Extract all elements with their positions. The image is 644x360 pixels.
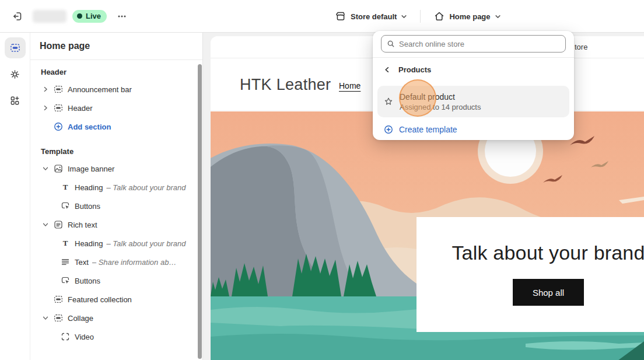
popup-products-header: Products [373,58,574,81]
template-item-subtitle: Assigned to 14 products [400,103,481,111]
nav-link-home[interactable]: Home [339,81,360,90]
chevron-right-icon[interactable] [41,103,50,113]
block-row-label: Text [75,258,89,267]
chevron-spacer [41,295,50,304]
block-row-detail: – Talk about your brand [106,183,186,192]
buttons-icon [61,201,70,211]
create-template-label: Create template [399,125,457,134]
chevron-down-icon[interactable] [41,164,50,173]
heading-icon: T [61,183,70,192]
buttons-icon [61,276,70,285]
create-template-button[interactable]: Create template [373,117,574,142]
template-item-title: Default product [400,92,481,102]
page-selector-dropdown[interactable]: Home page [429,7,505,26]
plus-circle-icon [54,122,63,131]
block-row-heading[interactable]: T Heading – Talk about your brand [56,234,197,253]
chevron-down-icon[interactable] [41,220,50,229]
section-row-label: Featured collection [68,295,132,304]
block-row-buttons[interactable]: Buttons [56,271,197,290]
hero-title: Talk about your brand [452,242,644,264]
chevron-down-icon [495,13,501,20]
search-icon [387,40,395,48]
hero-text-card: Talk about your brand Shop all [416,217,644,332]
section-icon [54,295,63,304]
rail-apps-tab[interactable] [5,90,26,111]
template-selector-popup: Products Default product Assigned to 14 … [373,31,574,140]
sections-icon [10,43,20,53]
section-icon [54,85,63,94]
store-logo-text[interactable]: HTK Leather [240,76,331,94]
chevron-right-icon[interactable] [41,85,50,94]
block-row-text[interactable]: Text – Share information about y... [56,253,197,271]
live-dot-icon [77,13,82,19]
store-context-dropdown[interactable]: Store default [330,7,412,26]
group-label-header: Header [36,64,197,80]
chevron-down-icon[interactable] [41,313,50,323]
image-icon [54,164,63,173]
section-row-featured-collection[interactable]: Featured collection [36,290,197,309]
block-row-label: Buttons [75,202,100,211]
rail-settings-tab[interactable] [5,64,26,85]
section-icon [54,103,63,113]
gear-icon [9,69,20,80]
panel-scrollbar[interactable] [198,64,202,359]
star-icon [384,97,393,106]
section-row-image-banner[interactable]: Image banner [36,159,197,178]
store-context-label: Store default [351,12,397,21]
richtext-icon [54,220,63,229]
announcement-text-partial: tore [575,43,587,51]
live-status-badge: Live [72,10,107,23]
shop-all-button[interactable]: Shop all [513,279,584,306]
editor-rail [0,33,30,360]
section-row-announcement-bar[interactable]: Announcement bar [36,80,197,99]
heading-icon: T [61,239,70,248]
section-row-label: Image banner [68,165,114,173]
block-row-buttons[interactable]: Buttons [56,197,197,215]
more-dots-icon [117,11,127,22]
section-row-label: Announcement bar [68,85,132,94]
page-selector-label: Home page [449,12,490,21]
section-row-label: Collage [68,314,93,323]
template-item-default-product[interactable]: Default product Assigned to 14 products [377,86,569,117]
section-row-label: Header [68,104,93,113]
block-row-label: Buttons [75,277,100,285]
image-banner-section: Talk about your brand Shop all [211,111,644,360]
more-options-button[interactable] [113,7,131,26]
chevron-left-icon[interactable] [383,65,391,74]
block-row-label: Heading [75,183,103,192]
home-icon [433,11,445,22]
section-row-header[interactable]: Header [36,99,197,117]
search-input[interactable] [399,40,560,48]
sections-panel: Home page Header Announcement bar [30,33,203,360]
rail-sections-tab[interactable] [5,37,26,58]
svg-text:T: T [63,239,68,247]
exit-editor-button[interactable] [8,7,27,26]
chevron-down-icon [401,13,407,20]
svg-text:T: T [63,183,68,191]
popup-products-label: Products [398,65,431,74]
add-section-button[interactable]: Add section [36,117,197,136]
plus-circle-icon [384,125,393,134]
store-name-redacted [33,10,66,23]
section-row-collage[interactable]: Collage [36,309,197,327]
exit-icon [12,11,23,22]
live-badge-label: Live [86,12,101,20]
text-lines-icon [61,257,70,267]
popup-search-field[interactable] [381,35,566,53]
video-icon [61,332,70,341]
add-section-label: Add section [68,123,111,131]
section-icon [54,313,63,323]
section-row-rich-text[interactable]: Rich text [36,215,197,234]
block-row-label: Heading [75,239,103,248]
storefront-icon [335,11,346,22]
editor-context-controls: Store default Home page [330,0,506,33]
block-row-video[interactable]: Video [56,327,197,346]
section-row-label: Rich text [68,221,97,229]
block-row-label: Video [75,333,94,341]
group-label-template: Template [36,143,197,159]
topbar-divider [420,10,421,23]
block-row-heading[interactable]: T Heading – Talk about your brand [56,178,197,197]
panel-title: Home page [30,33,202,60]
block-row-detail: – Share information about y... [92,258,180,267]
apps-icon [9,95,20,106]
